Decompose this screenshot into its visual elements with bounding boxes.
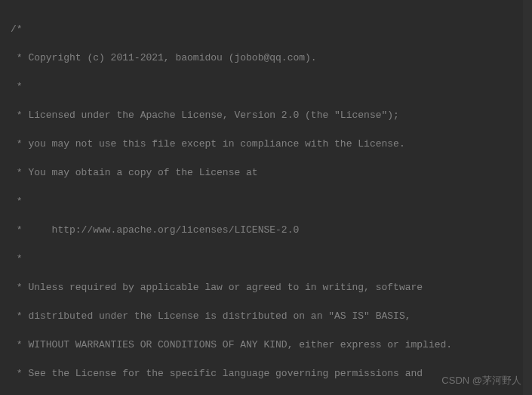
code-editor[interactable]: /* * Copyright (c) 2011-2021, baomidou (… bbox=[0, 0, 532, 395]
comment-line: * bbox=[11, 253, 23, 264]
comment-line: * See the License for the specific langu… bbox=[11, 368, 423, 379]
comment-line: * bbox=[11, 196, 23, 207]
watermark: CSDN @茅河野人 bbox=[441, 373, 521, 387]
comment-line: * distributed under the License is distr… bbox=[11, 310, 411, 322]
comment-line: * WITHOUT WARRANTIES OR CONDITIONS OF AN… bbox=[11, 339, 452, 350]
scrollbar[interactable] bbox=[523, 0, 532, 395]
comment-line: /* bbox=[11, 23, 23, 35]
comment-line: * You may obtain a copy of the License a… bbox=[11, 167, 258, 178]
comment-line: * bbox=[11, 81, 23, 92]
comment-line: * http://www.apache.org/licenses/LICENSE… bbox=[11, 224, 299, 236]
comment-line: * you may not use this file except in co… bbox=[11, 138, 405, 150]
comment-line: * Unless required by applicable law or a… bbox=[11, 282, 423, 293]
comment-line: * Licensed under the Apache License, Ver… bbox=[11, 110, 399, 121]
comment-line: * Copyright (c) 2011-2021, baomidou (job… bbox=[11, 52, 317, 63]
